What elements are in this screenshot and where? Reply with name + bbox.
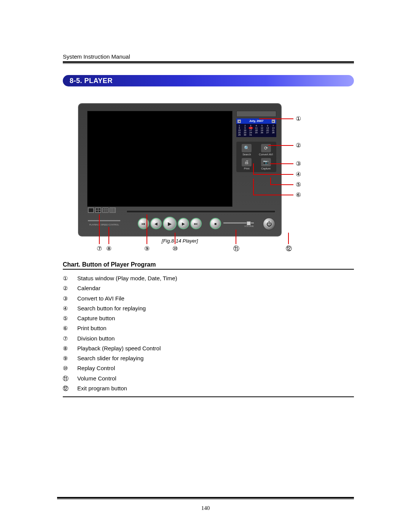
volume-control[interactable]: VOLUME (223, 222, 254, 227)
player-shell: ◄ July, 2007 ► 1234567891011121314151617… (78, 103, 282, 236)
calendar-day[interactable] (254, 134, 258, 136)
calendar-next-icon[interactable]: ► (272, 120, 275, 123)
calendar-day[interactable]: 30 (243, 134, 247, 136)
calendar-month-label: July, 2007 (249, 118, 264, 124)
callout-5: ⑤ (296, 181, 301, 188)
legend-text: Division button (77, 334, 115, 343)
volume-knob[interactable] (247, 221, 251, 225)
legend-number: ⑫ (63, 383, 70, 393)
legend-number: ③ (63, 294, 70, 304)
legend-text: Status window (Play mode, Date, Time) (77, 273, 177, 283)
callout-line (108, 227, 109, 244)
legend-row: ④Search button for replaying (63, 304, 354, 313)
legend-row: ⑦Division button (63, 334, 354, 343)
callout-12: ⑫ (286, 245, 292, 253)
search-label: Search (242, 153, 251, 156)
callout-8: ⑧ (106, 245, 112, 252)
calendar-day[interactable]: 29 (237, 134, 242, 136)
callout-line (253, 163, 254, 174)
legend-row: ③Convert to AVI File (63, 294, 354, 304)
print-label: Print (244, 167, 249, 170)
convert-avi-button[interactable]: ⟳ Convert AVI (257, 144, 275, 156)
page-number: 140 (0, 505, 411, 511)
calendar-day[interactable] (271, 134, 276, 136)
step-forward-button[interactable]: ▶ (178, 218, 189, 229)
callout-2: ② (296, 142, 301, 149)
legend-number: ① (63, 273, 70, 283)
legend-number: ⑥ (63, 323, 70, 333)
step-back-button[interactable]: ◀ (150, 218, 162, 229)
callout-1: ① (296, 115, 301, 122)
callout-line (270, 163, 293, 164)
legend-number: ② (63, 283, 70, 293)
calendar-prev-icon[interactable]: ◄ (237, 120, 241, 123)
legend-row: ⑥Print button (63, 323, 354, 333)
calendar-day[interactable] (260, 134, 264, 136)
legend-row: ②Calendar (63, 283, 354, 293)
volume-track[interactable] (223, 222, 254, 224)
legend-number: ⑪ (63, 374, 70, 383)
calendar-day[interactable] (265, 134, 270, 136)
callout-line (253, 195, 293, 195)
callout-line (270, 184, 293, 185)
legend-text: Search slider for replaying (77, 353, 143, 363)
callout-line (259, 118, 293, 119)
callout-line (99, 214, 100, 244)
legend-text: Volume Control (77, 374, 116, 383)
magnifier-icon: 🔍 (242, 144, 252, 152)
speed-control[interactable]: PLAYBACK SPEED CONTROL (88, 220, 120, 226)
status-window (236, 111, 276, 117)
fast-rewind-button[interactable]: ⏮ (138, 218, 149, 229)
callout-line (147, 214, 147, 244)
legend-list: ①Status window (Play mode, Date, Time)②C… (63, 273, 354, 393)
legend-row: ⑪Volume Control (63, 374, 354, 383)
camera-icon: 📷 (261, 158, 271, 166)
legend-number: ⑦ (63, 334, 70, 343)
calendar-header[interactable]: ◄ July, 2007 ► (236, 118, 276, 124)
callout-7: ⑦ (97, 245, 102, 252)
callout-line (288, 233, 289, 244)
speed-track[interactable] (88, 220, 120, 221)
callout-line (270, 177, 271, 184)
callout-3: ③ (296, 160, 301, 167)
calendar-day[interactable]: 31 (249, 134, 253, 136)
section-title-bar: 8-5. PLAYER (63, 75, 354, 86)
legend-text: Replay Control (77, 363, 115, 373)
stop-button[interactable]: ■ (210, 218, 221, 229)
side-panel: ◄ July, 2007 ► 1234567891011121314151617… (236, 111, 276, 172)
legend-rule-bottom (63, 396, 354, 397)
division-9-icon[interactable] (102, 208, 108, 213)
search-slider[interactable] (126, 210, 276, 213)
division-4-icon[interactable] (95, 208, 101, 213)
legend-rule-top (63, 269, 354, 270)
capture-label: Capture (261, 167, 271, 170)
footer-rule (57, 497, 354, 500)
capture-button[interactable]: 📷 Capture (257, 158, 275, 170)
calendar-grid[interactable]: 1234567891011121314151617181920212223242… (236, 124, 276, 137)
legend-number: ⑩ (63, 363, 70, 373)
division-1-icon[interactable] (88, 208, 94, 213)
legend-text: Capture button (77, 313, 115, 323)
legend-text: Playback (Replay) speed Control (77, 343, 161, 353)
legend-row: ⑩Replay Control (63, 363, 354, 373)
callout-9: ⑨ (144, 245, 150, 252)
video-area (87, 111, 233, 207)
division-buttons[interactable] (88, 208, 116, 213)
printer-icon: 🖨 (242, 158, 252, 166)
callout-line (268, 145, 293, 146)
legend-row: ⑧Playback (Replay) speed Control (63, 343, 354, 353)
search-button[interactable]: 🔍 Search (238, 144, 256, 156)
fast-forward-button[interactable]: ⏭ (190, 218, 202, 229)
legend-text: Print button (77, 323, 107, 333)
play-button[interactable]: ▶ (163, 217, 177, 230)
division-16-icon[interactable] (110, 208, 116, 213)
exit-button[interactable]: ⏻ (263, 217, 276, 230)
legend-text: Calendar (77, 283, 100, 293)
callout-6: ⑥ (296, 191, 301, 198)
replay-controls: ⏮ ◀ ▶ ▶ ⏭ ■ (138, 217, 221, 230)
speed-label: PLAYBACK SPEED CONTROL (88, 224, 120, 226)
legend-title: Chart. Button of Player Program (63, 261, 354, 268)
legend-row: ⑨Search slider for replaying (63, 353, 354, 363)
power-icon: ⏻ (266, 221, 272, 227)
section-title: 8-5. PLAYER (70, 77, 113, 85)
